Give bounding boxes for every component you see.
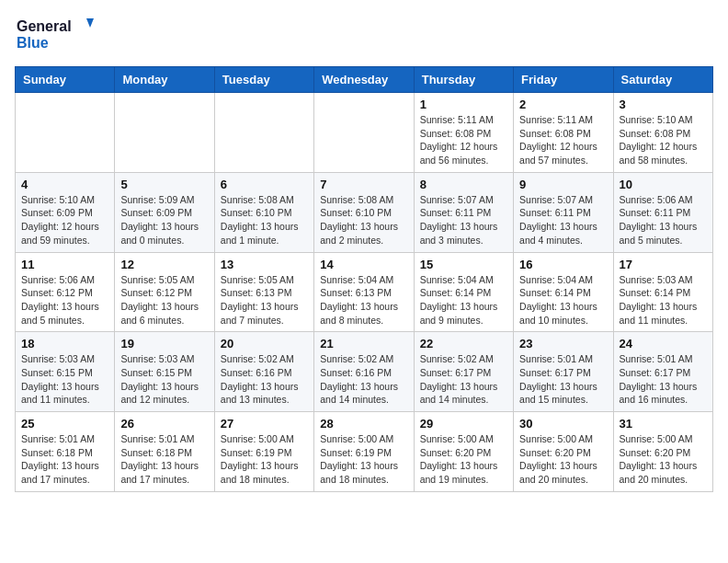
day-info: Sunrise: 5:11 AM Sunset: 6:08 PM Dayligh… [420, 113, 507, 167]
day-info: Sunrise: 5:00 AM Sunset: 6:19 PM Dayligh… [320, 432, 407, 487]
svg-marker-2 [86, 18, 94, 28]
day-info: Sunrise: 5:03 AM Sunset: 6:15 PM Dayligh… [120, 352, 208, 407]
day-number: 17 [620, 258, 707, 271]
day-number: 3 [620, 98, 707, 111]
col-header-monday: Monday [115, 67, 214, 93]
day-number: 26 [120, 417, 208, 431]
day-info: Sunrise: 5:00 AM Sunset: 6:20 PM Dayligh… [519, 432, 607, 487]
day-number: 13 [221, 258, 308, 271]
day-info: Sunrise: 5:07 AM Sunset: 6:11 PM Dayligh… [420, 193, 507, 247]
calendar-cell [214, 93, 313, 173]
calendar-week-1: 1Sunrise: 5:11 AM Sunset: 6:08 PM Daylig… [16, 93, 713, 173]
day-info: Sunrise: 5:08 AM Sunset: 6:10 PM Dayligh… [320, 193, 407, 247]
day-info: Sunrise: 5:00 AM Sunset: 6:20 PM Dayligh… [620, 432, 707, 487]
day-number: 24 [620, 337, 707, 350]
day-info: Sunrise: 5:11 AM Sunset: 6:08 PM Dayligh… [519, 113, 607, 167]
calendar-cell: 15Sunrise: 5:04 AM Sunset: 6:14 PM Dayli… [414, 252, 513, 332]
calendar-cell: 21Sunrise: 5:02 AM Sunset: 6:16 PM Dayli… [314, 332, 414, 412]
calendar-cell: 24Sunrise: 5:01 AM Sunset: 6:17 PM Dayli… [613, 332, 712, 412]
calendar-cell: 19Sunrise: 5:03 AM Sunset: 6:15 PM Dayli… [115, 332, 214, 412]
calendar-cell: 20Sunrise: 5:02 AM Sunset: 6:16 PM Dayli… [214, 332, 313, 412]
calendar-cell: 8Sunrise: 5:07 AM Sunset: 6:11 PM Daylig… [414, 172, 513, 252]
calendar-cell [115, 93, 214, 173]
calendar-cell: 11Sunrise: 5:06 AM Sunset: 6:12 PM Dayli… [16, 252, 115, 332]
day-number: 19 [120, 337, 208, 350]
calendar-cell: 4Sunrise: 5:10 AM Sunset: 6:09 PM Daylig… [16, 172, 115, 252]
col-header-tuesday: Tuesday [214, 67, 313, 93]
calendar-cell: 30Sunrise: 5:00 AM Sunset: 6:20 PM Dayli… [514, 412, 613, 492]
calendar-cell [16, 93, 115, 173]
calendar-cell: 5Sunrise: 5:09 AM Sunset: 6:09 PM Daylig… [115, 172, 214, 252]
calendar-week-5: 25Sunrise: 5:01 AM Sunset: 6:18 PM Dayli… [16, 412, 713, 492]
day-info: Sunrise: 5:09 AM Sunset: 6:09 PM Dayligh… [120, 193, 208, 247]
col-header-sunday: Sunday [16, 67, 115, 93]
day-info: Sunrise: 5:08 AM Sunset: 6:10 PM Dayligh… [221, 193, 308, 247]
svg-text:Blue: Blue [17, 35, 49, 51]
day-number: 23 [519, 337, 607, 350]
calendar-table: SundayMondayTuesdayWednesdayThursdayFrid… [15, 66, 713, 492]
day-number: 6 [221, 178, 308, 191]
calendar-cell: 22Sunrise: 5:02 AM Sunset: 6:17 PM Dayli… [414, 332, 513, 412]
calendar-cell: 23Sunrise: 5:01 AM Sunset: 6:17 PM Dayli… [514, 332, 613, 412]
day-number: 31 [620, 417, 707, 431]
day-info: Sunrise: 5:01 AM Sunset: 6:17 PM Dayligh… [620, 352, 707, 407]
day-info: Sunrise: 5:03 AM Sunset: 6:14 PM Dayligh… [620, 273, 707, 327]
calendar-cell: 18Sunrise: 5:03 AM Sunset: 6:15 PM Dayli… [16, 332, 115, 412]
day-number: 27 [221, 417, 308, 431]
day-number: 12 [120, 258, 208, 271]
day-info: Sunrise: 5:06 AM Sunset: 6:11 PM Dayligh… [620, 193, 707, 247]
day-info: Sunrise: 5:06 AM Sunset: 6:12 PM Dayligh… [21, 273, 108, 327]
day-number: 1 [420, 98, 507, 111]
calendar-cell [314, 93, 414, 173]
calendar-cell: 6Sunrise: 5:08 AM Sunset: 6:10 PM Daylig… [214, 172, 313, 252]
day-info: Sunrise: 5:04 AM Sunset: 6:13 PM Dayligh… [320, 273, 407, 327]
day-info: Sunrise: 5:05 AM Sunset: 6:12 PM Dayligh… [120, 273, 208, 327]
calendar-cell: 7Sunrise: 5:08 AM Sunset: 6:10 PM Daylig… [314, 172, 414, 252]
day-info: Sunrise: 5:01 AM Sunset: 6:18 PM Dayligh… [21, 432, 108, 487]
logo: General Blue [15, 15, 97, 55]
day-info: Sunrise: 5:04 AM Sunset: 6:14 PM Dayligh… [519, 273, 607, 327]
day-number: 7 [320, 178, 407, 191]
col-header-friday: Friday [514, 67, 613, 93]
day-info: Sunrise: 5:02 AM Sunset: 6:17 PM Dayligh… [420, 352, 507, 407]
day-number: 18 [21, 337, 108, 350]
day-info: Sunrise: 5:01 AM Sunset: 6:17 PM Dayligh… [519, 352, 607, 407]
day-number: 30 [519, 417, 607, 431]
day-number: 11 [21, 258, 108, 271]
day-info: Sunrise: 5:00 AM Sunset: 6:19 PM Dayligh… [221, 432, 308, 487]
day-info: Sunrise: 5:10 AM Sunset: 6:09 PM Dayligh… [21, 193, 108, 247]
day-info: Sunrise: 5:05 AM Sunset: 6:13 PM Dayligh… [221, 273, 308, 327]
day-info: Sunrise: 5:02 AM Sunset: 6:16 PM Dayligh… [221, 352, 308, 407]
day-info: Sunrise: 5:00 AM Sunset: 6:20 PM Dayligh… [420, 432, 507, 487]
calendar-cell: 25Sunrise: 5:01 AM Sunset: 6:18 PM Dayli… [16, 412, 115, 492]
day-number: 28 [320, 417, 407, 431]
calendar-cell: 13Sunrise: 5:05 AM Sunset: 6:13 PM Dayli… [214, 252, 313, 332]
calendar-header-row: SundayMondayTuesdayWednesdayThursdayFrid… [16, 67, 713, 93]
calendar-cell: 1Sunrise: 5:11 AM Sunset: 6:08 PM Daylig… [414, 93, 513, 173]
day-number: 22 [420, 337, 507, 350]
day-info: Sunrise: 5:07 AM Sunset: 6:11 PM Dayligh… [519, 193, 607, 247]
day-number: 15 [420, 258, 507, 271]
day-number: 29 [420, 417, 507, 431]
page-header: General Blue [15, 15, 713, 55]
calendar-cell: 10Sunrise: 5:06 AM Sunset: 6:11 PM Dayli… [613, 172, 712, 252]
calendar-cell: 17Sunrise: 5:03 AM Sunset: 6:14 PM Dayli… [613, 252, 712, 332]
calendar-cell: 28Sunrise: 5:00 AM Sunset: 6:19 PM Dayli… [314, 412, 414, 492]
col-header-saturday: Saturday [613, 67, 712, 93]
calendar-cell: 16Sunrise: 5:04 AM Sunset: 6:14 PM Dayli… [514, 252, 613, 332]
day-number: 25 [21, 417, 108, 431]
calendar-cell: 14Sunrise: 5:04 AM Sunset: 6:13 PM Dayli… [314, 252, 414, 332]
day-number: 21 [320, 337, 407, 350]
day-number: 8 [420, 178, 507, 191]
day-number: 10 [620, 178, 707, 191]
calendar-week-4: 18Sunrise: 5:03 AM Sunset: 6:15 PM Dayli… [16, 332, 713, 412]
calendar-week-2: 4Sunrise: 5:10 AM Sunset: 6:09 PM Daylig… [16, 172, 713, 252]
day-number: 14 [320, 258, 407, 271]
day-number: 5 [120, 178, 208, 191]
col-header-thursday: Thursday [414, 67, 513, 93]
logo-svg: General Blue [15, 15, 97, 55]
day-number: 2 [519, 98, 607, 111]
calendar-cell: 27Sunrise: 5:00 AM Sunset: 6:19 PM Dayli… [214, 412, 313, 492]
day-info: Sunrise: 5:04 AM Sunset: 6:14 PM Dayligh… [420, 273, 507, 327]
calendar-cell: 31Sunrise: 5:00 AM Sunset: 6:20 PM Dayli… [613, 412, 712, 492]
